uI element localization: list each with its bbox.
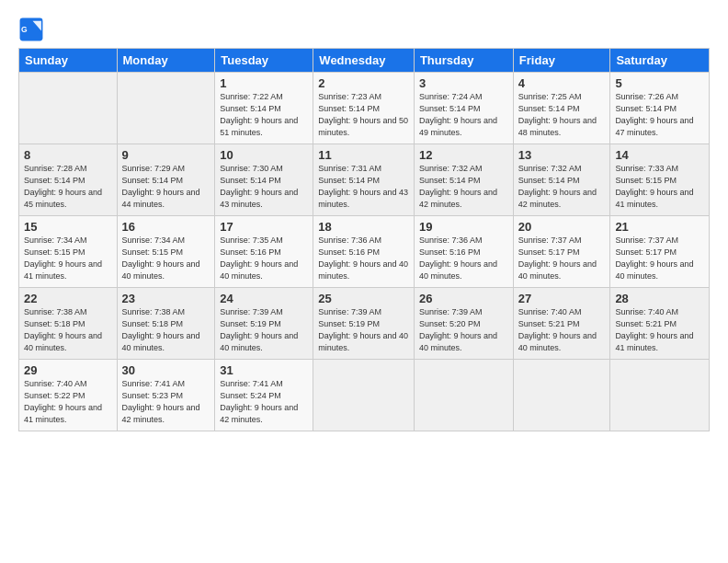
calendar-cell — [610, 360, 710, 431]
day-number: 19 — [419, 220, 508, 234]
day-info: Sunrise: 7:35 AMSunset: 5:16 PMDaylight:… — [220, 236, 298, 281]
calendar-cell: 29 Sunrise: 7:40 AMSunset: 5:22 PMDaylig… — [19, 360, 118, 431]
day-info: Sunrise: 7:40 AMSunset: 5:21 PMDaylight:… — [518, 307, 597, 352]
day-info: Sunrise: 7:22 AMSunset: 5:14 PMDaylight:… — [220, 92, 298, 137]
day-number: 23 — [122, 292, 210, 305]
calendar-cell: 23 Sunrise: 7:38 AMSunset: 5:18 PMDaylig… — [117, 288, 215, 360]
day-number: 9 — [122, 148, 210, 162]
day-number: 12 — [419, 148, 508, 162]
weekday-header-tuesday: Tuesday — [215, 49, 313, 73]
day-number: 5 — [615, 76, 704, 90]
calendar-week-1: 1 Sunrise: 7:22 AMSunset: 5:14 PMDayligh… — [19, 73, 710, 144]
calendar-cell: 18 Sunrise: 7:36 AMSunset: 5:16 PMDaylig… — [313, 216, 415, 288]
calendar-cell: 26 Sunrise: 7:39 AMSunset: 5:20 PMDaylig… — [414, 288, 513, 360]
logo: G — [18, 17, 48, 42]
day-info: Sunrise: 7:36 AMSunset: 5:16 PMDaylight:… — [318, 236, 408, 281]
calendar-cell: 31 Sunrise: 7:41 AMSunset: 5:24 PMDaylig… — [215, 360, 313, 431]
day-info: Sunrise: 7:41 AMSunset: 5:23 PMDaylight:… — [122, 379, 200, 424]
day-info: Sunrise: 7:39 AMSunset: 5:19 PMDaylight:… — [318, 307, 408, 352]
svg-text:G: G — [21, 25, 28, 34]
calendar-cell: 24 Sunrise: 7:39 AMSunset: 5:19 PMDaylig… — [215, 288, 313, 360]
day-info: Sunrise: 7:38 AMSunset: 5:18 PMDaylight:… — [122, 307, 200, 352]
weekday-header-row: SundayMondayTuesdayWednesdayThursdayFrid… — [19, 49, 710, 73]
day-info: Sunrise: 7:41 AMSunset: 5:24 PMDaylight:… — [220, 379, 298, 424]
calendar-cell: 19 Sunrise: 7:36 AMSunset: 5:16 PMDaylig… — [414, 216, 513, 288]
calendar-cell — [117, 73, 215, 144]
day-info: Sunrise: 7:34 AMSunset: 5:15 PMDaylight:… — [24, 236, 102, 281]
day-number: 30 — [122, 363, 210, 377]
day-info: Sunrise: 7:39 AMSunset: 5:19 PMDaylight:… — [220, 307, 298, 352]
day-number: 15 — [24, 220, 112, 234]
calendar-table: SundayMondayTuesdayWednesdayThursdayFrid… — [18, 48, 710, 431]
day-info: Sunrise: 7:25 AMSunset: 5:14 PMDaylight:… — [518, 92, 597, 137]
calendar-cell: 16 Sunrise: 7:34 AMSunset: 5:15 PMDaylig… — [117, 216, 215, 288]
calendar-cell: 30 Sunrise: 7:41 AMSunset: 5:23 PMDaylig… — [117, 360, 215, 431]
calendar-week-5: 29 Sunrise: 7:40 AMSunset: 5:22 PMDaylig… — [19, 360, 710, 431]
day-number: 31 — [220, 363, 308, 377]
calendar-body: 1 Sunrise: 7:22 AMSunset: 5:14 PMDayligh… — [19, 73, 710, 431]
day-info: Sunrise: 7:23 AMSunset: 5:14 PMDaylight:… — [318, 92, 408, 137]
day-number: 10 — [220, 148, 308, 162]
day-number: 2 — [318, 76, 409, 90]
calendar-cell — [414, 360, 513, 431]
day-info: Sunrise: 7:31 AMSunset: 5:14 PMDaylight:… — [318, 164, 408, 209]
weekday-header-friday: Friday — [513, 49, 610, 73]
day-number: 4 — [518, 76, 606, 90]
calendar-week-3: 15 Sunrise: 7:34 AMSunset: 5:15 PMDaylig… — [19, 216, 710, 288]
day-info: Sunrise: 7:29 AMSunset: 5:14 PMDaylight:… — [122, 164, 200, 209]
day-info: Sunrise: 7:39 AMSunset: 5:20 PMDaylight:… — [419, 307, 497, 352]
calendar-cell: 17 Sunrise: 7:35 AMSunset: 5:16 PMDaylig… — [215, 216, 313, 288]
day-number: 25 — [318, 292, 409, 305]
calendar-cell — [313, 360, 415, 431]
calendar-cell: 11 Sunrise: 7:31 AMSunset: 5:14 PMDaylig… — [313, 144, 415, 216]
calendar-cell: 22 Sunrise: 7:38 AMSunset: 5:18 PMDaylig… — [19, 288, 118, 360]
page: G SundayMondayTuesdayWednesdayThursdayFr… — [0, 0, 728, 563]
day-info: Sunrise: 7:32 AMSunset: 5:14 PMDaylight:… — [518, 164, 597, 209]
weekday-header-monday: Monday — [117, 49, 215, 73]
day-number: 1 — [220, 76, 308, 90]
day-info: Sunrise: 7:28 AMSunset: 5:14 PMDaylight:… — [24, 164, 102, 209]
day-info: Sunrise: 7:37 AMSunset: 5:17 PMDaylight:… — [518, 236, 597, 281]
calendar-cell: 25 Sunrise: 7:39 AMSunset: 5:19 PMDaylig… — [313, 288, 415, 360]
day-number: 22 — [24, 292, 112, 305]
weekday-header-sunday: Sunday — [19, 49, 118, 73]
day-info: Sunrise: 7:37 AMSunset: 5:17 PMDaylight:… — [615, 236, 693, 281]
day-number: 14 — [615, 148, 704, 162]
day-info: Sunrise: 7:30 AMSunset: 5:14 PMDaylight:… — [220, 164, 298, 209]
day-info: Sunrise: 7:32 AMSunset: 5:14 PMDaylight:… — [419, 164, 497, 209]
day-number: 27 — [518, 292, 606, 305]
day-info: Sunrise: 7:40 AMSunset: 5:22 PMDaylight:… — [24, 379, 102, 424]
day-number: 16 — [122, 220, 210, 234]
day-info: Sunrise: 7:38 AMSunset: 5:18 PMDaylight:… — [24, 307, 102, 352]
calendar-cell: 27 Sunrise: 7:40 AMSunset: 5:21 PMDaylig… — [513, 288, 610, 360]
calendar-cell: 5 Sunrise: 7:26 AMSunset: 5:14 PMDayligh… — [610, 73, 710, 144]
calendar-week-4: 22 Sunrise: 7:38 AMSunset: 5:18 PMDaylig… — [19, 288, 710, 360]
day-info: Sunrise: 7:36 AMSunset: 5:16 PMDaylight:… — [419, 236, 497, 281]
calendar-cell: 12 Sunrise: 7:32 AMSunset: 5:14 PMDaylig… — [414, 144, 513, 216]
day-info: Sunrise: 7:34 AMSunset: 5:15 PMDaylight:… — [122, 236, 200, 281]
day-info: Sunrise: 7:26 AMSunset: 5:14 PMDaylight:… — [615, 92, 693, 137]
day-number: 24 — [220, 292, 308, 305]
calendar-cell: 21 Sunrise: 7:37 AMSunset: 5:17 PMDaylig… — [610, 216, 710, 288]
day-info: Sunrise: 7:33 AMSunset: 5:15 PMDaylight:… — [615, 164, 693, 209]
calendar-cell: 13 Sunrise: 7:32 AMSunset: 5:14 PMDaylig… — [513, 144, 610, 216]
calendar-cell — [513, 360, 610, 431]
calendar-cell: 10 Sunrise: 7:30 AMSunset: 5:14 PMDaylig… — [215, 144, 313, 216]
calendar-cell: 2 Sunrise: 7:23 AMSunset: 5:14 PMDayligh… — [313, 73, 415, 144]
day-number: 13 — [518, 148, 606, 162]
calendar-week-2: 8 Sunrise: 7:28 AMSunset: 5:14 PMDayligh… — [19, 144, 710, 216]
weekday-header-wednesday: Wednesday — [313, 49, 415, 73]
header: G — [18, 17, 710, 42]
weekday-header-saturday: Saturday — [610, 49, 710, 73]
day-number: 28 — [615, 292, 704, 305]
calendar-cell: 8 Sunrise: 7:28 AMSunset: 5:14 PMDayligh… — [19, 144, 118, 216]
day-number: 26 — [419, 292, 508, 305]
day-info: Sunrise: 7:40 AMSunset: 5:21 PMDaylight:… — [615, 307, 693, 352]
day-number: 18 — [318, 220, 409, 234]
day-number: 8 — [24, 148, 112, 162]
calendar-cell: 3 Sunrise: 7:24 AMSunset: 5:14 PMDayligh… — [414, 73, 513, 144]
weekday-header-thursday: Thursday — [414, 49, 513, 73]
calendar-cell: 4 Sunrise: 7:25 AMSunset: 5:14 PMDayligh… — [513, 73, 610, 144]
day-number: 17 — [220, 220, 308, 234]
day-number: 21 — [615, 220, 704, 234]
